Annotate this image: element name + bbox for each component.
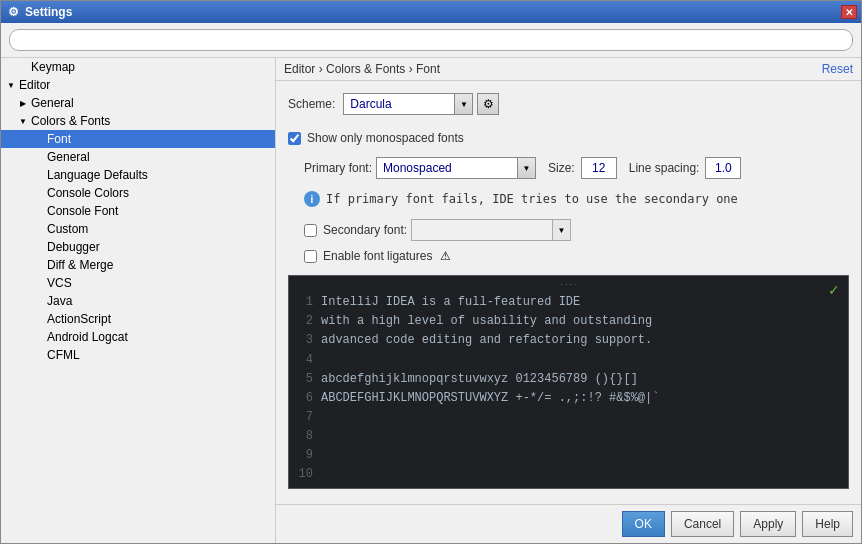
- arrow-spacer: [33, 277, 45, 289]
- arrow-spacer: [33, 241, 45, 253]
- sidebar-item-language-defaults[interactable]: Language Defaults: [1, 166, 275, 184]
- sidebar-label-android: Android Logcat: [47, 330, 128, 344]
- scheme-dropdown-btn[interactable]: ▼: [454, 94, 472, 114]
- breadcrumb: Editor › Colors & Fonts › Font: [284, 62, 440, 76]
- window-title: Settings: [25, 5, 841, 19]
- sidebar-item-general2[interactable]: General: [1, 148, 275, 166]
- arrow-spacer: [33, 295, 45, 307]
- sidebar-item-debugger[interactable]: Debugger: [1, 238, 275, 256]
- arrow-spacer: [33, 187, 45, 199]
- secondary-font-label: Secondary font:: [323, 223, 407, 237]
- arrow-spacer: [33, 133, 45, 145]
- check-mark: ✓: [828, 282, 840, 298]
- sidebar-label-console-colors: Console Colors: [47, 186, 129, 200]
- sidebar-item-android-logcat[interactable]: Android Logcat: [1, 328, 275, 346]
- preview-line-9: 9: [297, 446, 840, 465]
- sidebar-label-font: Font: [47, 132, 71, 146]
- monospaced-row: Show only monospaced fonts: [288, 131, 849, 145]
- sidebar-item-diff-merge[interactable]: Diff & Merge: [1, 256, 275, 274]
- info-icon: i: [304, 191, 320, 207]
- preview-line-4: 4: [297, 351, 840, 370]
- size-label: Size:: [548, 161, 575, 175]
- sidebar-label-debugger: Debugger: [47, 240, 100, 254]
- sidebar-label-diff: Diff & Merge: [47, 258, 113, 272]
- preview-area: · · · · ✓ 1IntelliJ IDEA is a full-featu…: [288, 275, 849, 489]
- ligatures-label: Enable font ligatures: [323, 249, 432, 263]
- arrow-spacer: [33, 205, 45, 217]
- primary-font-row: Primary font: Monospaced ▼ Size: Line sp…: [288, 157, 849, 179]
- info-text: If primary font fails, IDE tries to use …: [326, 192, 738, 206]
- preview-line-2: 2with a high level of usability and outs…: [297, 312, 840, 331]
- arrow-spacer: [33, 151, 45, 163]
- arrow-icon: ▶: [17, 97, 29, 109]
- ligatures-row: Enable font ligatures ⚠: [288, 249, 849, 263]
- sidebar-item-custom[interactable]: Custom: [1, 220, 275, 238]
- help-button[interactable]: Help: [802, 511, 853, 537]
- sidebar-label-custom: Custom: [47, 222, 88, 236]
- preview-line-6: 6ABCDEFGHIJKLMNOPQRSTUVWXYZ +-*/= .,;:!?…: [297, 389, 840, 408]
- sidebar-label-colors-fonts: Colors & Fonts: [31, 114, 110, 128]
- arrow-spacer: [33, 349, 45, 361]
- scheme-label: Scheme:: [288, 97, 335, 111]
- ligatures-checkbox[interactable]: [304, 250, 317, 263]
- sidebar-item-console-colors[interactable]: Console Colors: [1, 184, 275, 202]
- monospaced-checkbox[interactable]: [288, 132, 301, 145]
- sidebar-label-vcs: VCS: [47, 276, 72, 290]
- primary-font-dropdown[interactable]: Monospaced ▼: [376, 157, 536, 179]
- preview-line-7: 7: [297, 408, 840, 427]
- sidebar-label-java: Java: [47, 294, 72, 308]
- sidebar-item-cfml[interactable]: CFML: [1, 346, 275, 364]
- preview-line-8: 8: [297, 427, 840, 446]
- scheme-row: Scheme: Darcula ▼ ⚙: [288, 93, 849, 115]
- sidebar-item-colors-fonts[interactable]: ▼ Colors & Fonts: [1, 112, 275, 130]
- sidebar-item-font[interactable]: Font: [1, 130, 275, 148]
- sidebar-item-editor[interactable]: ▼ Editor: [1, 76, 275, 94]
- scheme-dropdown-box[interactable]: Darcula ▼: [343, 93, 473, 115]
- arrow-icon: ▼: [17, 115, 29, 127]
- secondary-dropdown-btn: ▼: [552, 220, 570, 240]
- main-content: Keymap ▼ Editor ▶ General ▼ Colors & Fon…: [1, 58, 861, 543]
- resize-handle[interactable]: · · · ·: [297, 280, 840, 289]
- bottom-buttons: OK Cancel Apply Help: [276, 504, 861, 543]
- sidebar: Keymap ▼ Editor ▶ General ▼ Colors & Fon…: [1, 58, 276, 543]
- right-panel: Editor › Colors & Fonts › Font Reset Sch…: [276, 58, 861, 543]
- sidebar-label-editor: Editor: [19, 78, 50, 92]
- line-spacing-input[interactable]: [705, 157, 741, 179]
- sidebar-label-cfml: CFML: [47, 348, 80, 362]
- primary-font-label: Primary font:: [304, 161, 372, 175]
- primary-font-value: Monospaced: [377, 161, 517, 175]
- sidebar-label-general: General: [31, 96, 74, 110]
- sidebar-item-actionscript[interactable]: ActionScript: [1, 310, 275, 328]
- panel-content: Scheme: Darcula ▼ ⚙: [276, 81, 861, 504]
- search-input[interactable]: [9, 29, 853, 51]
- breadcrumb-bar: Editor › Colors & Fonts › Font Reset: [276, 58, 861, 81]
- sidebar-item-console-font[interactable]: Console Font: [1, 202, 275, 220]
- sidebar-item-keymap[interactable]: Keymap: [1, 58, 275, 76]
- reset-link[interactable]: Reset: [822, 62, 853, 76]
- arrow-spacer: [33, 259, 45, 271]
- sidebar-item-general[interactable]: ▶ General: [1, 94, 275, 112]
- window-icon: ⚙: [5, 4, 21, 20]
- sidebar-label-as: ActionScript: [47, 312, 111, 326]
- window-body: Keymap ▼ Editor ▶ General ▼ Colors & Fon…: [1, 23, 861, 543]
- sidebar-item-vcs[interactable]: VCS: [1, 274, 275, 292]
- arrow-spacer: [33, 223, 45, 235]
- line-spacing-label: Line spacing:: [629, 161, 700, 175]
- monospaced-label: Show only monospaced fonts: [307, 131, 464, 145]
- arrow-spacer: [33, 313, 45, 325]
- cancel-button[interactable]: Cancel: [671, 511, 734, 537]
- settings-window: ⚙ Settings ✕ Keymap ▼ Editor: [0, 0, 862, 544]
- close-button[interactable]: ✕: [841, 5, 857, 19]
- ok-button[interactable]: OK: [622, 511, 665, 537]
- primary-font-dropdown-btn[interactable]: ▼: [517, 158, 535, 178]
- preview-line-10: 10: [297, 465, 840, 484]
- sidebar-label-general2: General: [47, 150, 90, 164]
- sidebar-item-java[interactable]: Java: [1, 292, 275, 310]
- secondary-font-checkbox[interactable]: [304, 224, 317, 237]
- apply-button[interactable]: Apply: [740, 511, 796, 537]
- size-input[interactable]: [581, 157, 617, 179]
- scheme-gear-button[interactable]: ⚙: [477, 93, 499, 115]
- gear-icon: ⚙: [483, 97, 494, 111]
- sidebar-label-lang: Language Defaults: [47, 168, 148, 182]
- secondary-font-dropdown[interactable]: ▼: [411, 219, 571, 241]
